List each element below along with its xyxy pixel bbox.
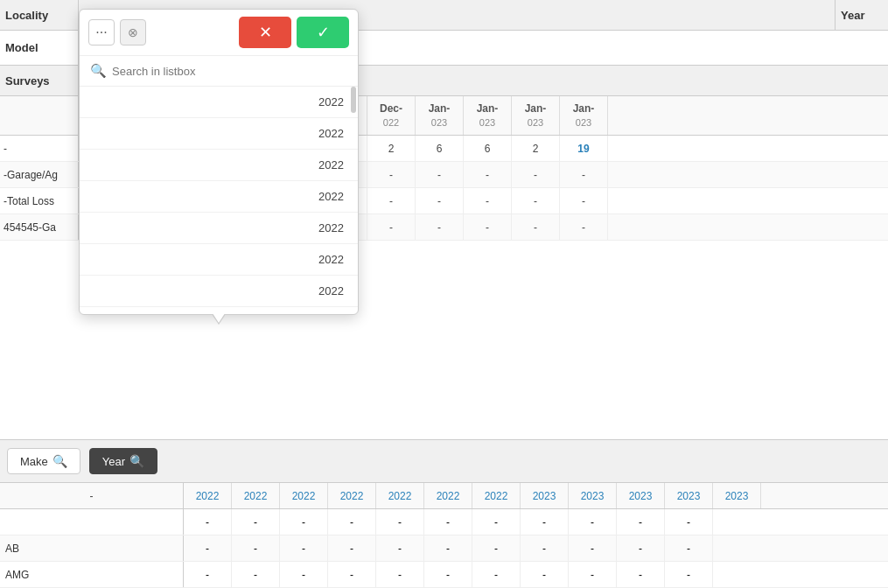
dropdown-search-bar: 🔍 (80, 56, 358, 87)
data-cell: - (617, 509, 665, 535)
scrollbar-thumb[interactable] (351, 87, 356, 113)
data-cell: - (560, 188, 608, 214)
year-dropdown-popup: ··· ⊗ ✕ ✓ 🔍 2022 2022 2022 2022 2022 (79, 9, 359, 315)
data-cell: - (560, 214, 608, 240)
data-cell: - (280, 536, 328, 561)
year-val: 2022 (472, 483, 521, 508)
year-header: Year (836, 0, 888, 30)
dropdown-cancel-button[interactable]: ✕ (239, 17, 291, 48)
table-row: AMG - - - - - - - - - - - (0, 562, 888, 588)
dropdown-search-input[interactable] (112, 65, 347, 78)
data-cell: - (280, 562, 328, 587)
list-item[interactable]: 2022 (80, 244, 358, 276)
data-cell: 2 (367, 136, 416, 161)
year-val: 2023 (665, 483, 713, 508)
data-cell: - (424, 536, 472, 561)
year-filter-button[interactable]: Year 🔍 (89, 448, 157, 474)
data-cell: 6 (416, 136, 464, 161)
col-header-8: Jan- 023 (464, 96, 512, 135)
list-item[interactable]: 2022 (80, 276, 358, 307)
col-header-9: Jan- 023 (512, 96, 560, 135)
data-cell: - (521, 536, 569, 561)
data-cell: 6 (464, 136, 512, 161)
year-val: 2022 (376, 483, 424, 508)
data-cell: - (512, 162, 560, 187)
col-header-10: Jan- 023 (560, 96, 608, 135)
list-item[interactable]: 2022 (80, 87, 358, 118)
data-cell: - (184, 562, 232, 587)
data-cell: - (376, 509, 424, 535)
year-filter-row: - 2022 2022 2022 2022 2022 2022 2022 202… (0, 483, 888, 509)
col-header-locality-spacer (0, 96, 79, 135)
search-icon: 🔍 (52, 454, 67, 468)
data-cell: - (184, 536, 232, 561)
data-cell: - (367, 188, 416, 214)
data-cell: - (367, 162, 416, 187)
data-cell: - (328, 509, 376, 535)
locality-cell: 454545-Ga (0, 214, 79, 240)
year-val: 2022 (232, 483, 280, 508)
data-cell: - (464, 188, 512, 214)
data-cell: - (665, 562, 713, 587)
col-header-7: Jan- 023 (416, 96, 464, 135)
data-cell: - (328, 562, 376, 587)
make-filter-button[interactable]: Make 🔍 (7, 448, 80, 474)
cancel-icon: ✕ (259, 23, 272, 42)
year-val: 2022 (328, 483, 376, 508)
year-val: 2023 (521, 483, 569, 508)
data-cell: - (376, 536, 424, 561)
locality-cell: AMG (0, 562, 184, 587)
data-cell: - (328, 536, 376, 561)
data-cell: - (416, 188, 464, 214)
locality-cell: -Total Loss (0, 188, 79, 214)
filter-bar: Make 🔍 Year 🔍 (0, 439, 888, 483)
data-cell: - (521, 562, 569, 587)
data-cell: - (280, 509, 328, 535)
search-icon: 🔍 (90, 63, 107, 79)
dropdown-more-button[interactable]: ··· (88, 19, 115, 46)
data-cell: 19 (560, 136, 608, 161)
surveys-label: Surveys (0, 66, 79, 95)
locality-cell: - (0, 136, 79, 161)
dropdown-arrow-inner (213, 313, 225, 323)
data-cell: - (512, 188, 560, 214)
list-item[interactable]: 2022 (80, 181, 358, 213)
data-cell: - (464, 162, 512, 187)
data-cell: - (665, 509, 713, 535)
ellipsis-icon: ··· (95, 24, 107, 40)
year-val: 2022 (424, 483, 472, 508)
data-cell: - (521, 509, 569, 535)
data-cell: - (424, 562, 472, 587)
search-icon: 🔍 (129, 454, 144, 468)
dropdown-confirm-button[interactable]: ✓ (297, 17, 349, 48)
locality-cell (0, 509, 184, 535)
data-cell: - (617, 562, 665, 587)
dropdown-toolbar: ··· ⊗ ✕ ✓ (80, 10, 358, 56)
list-item[interactable]: 2022 (80, 150, 358, 181)
data-cell: - (512, 214, 560, 240)
table-row: - - - - - - - - - - - (0, 509, 888, 536)
data-cell: - (367, 214, 416, 240)
data-cell: - (376, 562, 424, 587)
table-row: AB - - - - - - - - - - - (0, 536, 888, 562)
data-cell: - (617, 536, 665, 561)
data-cell: - (569, 562, 617, 587)
year-val: 2022 (184, 483, 232, 508)
list-item[interactable]: 2022 (80, 213, 358, 244)
data-cell: - (232, 562, 280, 587)
model-label: Model (0, 31, 79, 65)
data-cell: - (464, 214, 512, 240)
confirm-icon: ✓ (317, 23, 330, 42)
col-header-6: Dec- 022 (367, 96, 416, 135)
year-val: 2022 (280, 483, 328, 508)
data-cell: 2 (512, 136, 560, 161)
dropdown-clear-button[interactable]: ⊗ (120, 19, 146, 46)
data-cell: - (472, 536, 521, 561)
list-item[interactable]: 2022 (80, 118, 358, 150)
data-cell: - (569, 536, 617, 561)
data-cell: - (569, 509, 617, 535)
data-cell: - (416, 162, 464, 187)
year-val: 2023 (713, 483, 761, 508)
data-cell: - (665, 536, 713, 561)
year-val: 2023 (617, 483, 665, 508)
